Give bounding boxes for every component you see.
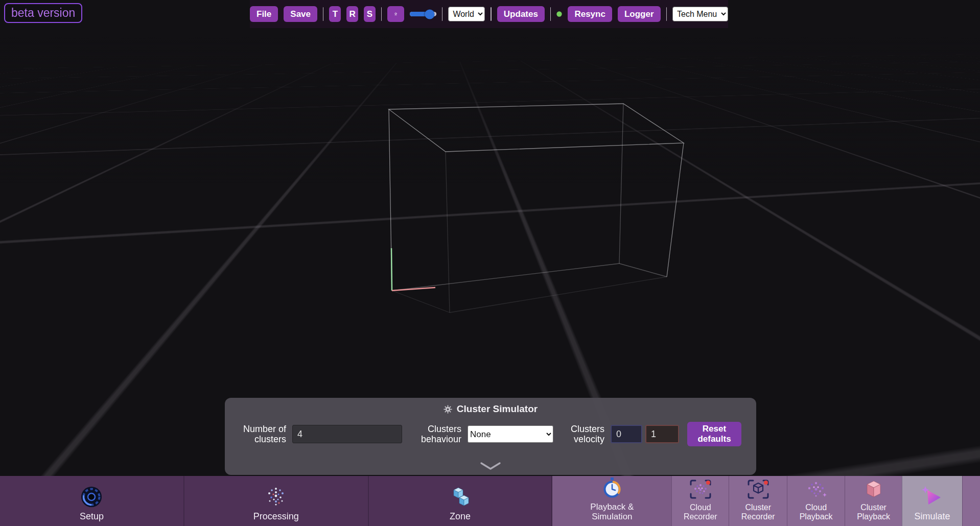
cloud-playback-icon	[804, 479, 828, 500]
cluster-controls-row: Number of clusters Clusters behaviour No…	[225, 422, 756, 446]
space-select[interactable]: World	[448, 7, 485, 21]
nav-item-cluster-recorder[interactable]: Cluster Recorder	[729, 476, 787, 526]
nav-label: Simulate	[915, 511, 950, 521]
translate-button[interactable]: T	[329, 6, 341, 22]
panel-collapse-button[interactable]	[475, 461, 506, 473]
nav-label: Cloud Recorder	[678, 503, 723, 521]
particles-icon	[264, 486, 288, 508]
beta-version-badge: beta version	[4, 3, 82, 23]
chevron-down-icon	[480, 462, 501, 470]
nav-item-zone[interactable]: Zone	[369, 476, 553, 526]
number-of-clusters-input[interactable]	[292, 425, 402, 443]
toolbar-separator	[381, 7, 382, 21]
nav-item-processing[interactable]: Processing	[184, 476, 369, 526]
toolbar-separator	[323, 7, 323, 21]
toolbar-separator	[666, 7, 667, 21]
clusters-velocity-max-input[interactable]	[645, 425, 679, 443]
toolbar-separator	[550, 7, 551, 21]
tech-menu-select[interactable]: Tech Menu	[672, 7, 728, 21]
nav-item-cloud-playback[interactable]: Cloud Playback	[787, 476, 845, 526]
cloud-record-icon	[689, 479, 712, 500]
nav-item-setup[interactable]: Setup	[0, 476, 184, 526]
nav-label: Zone	[450, 511, 471, 521]
camera-button[interactable]	[387, 6, 404, 22]
nav-item-simulate[interactable]: Simulate	[902, 476, 962, 526]
cluster-simulator-header: Cluster Simulator	[225, 398, 756, 415]
resync-button[interactable]: Resync	[568, 6, 612, 22]
nav-item-playback-simulation[interactable]: Playback & Simulation	[552, 476, 671, 526]
cluster-simulator-panel: Cluster Simulator Number of clusters Clu…	[225, 398, 756, 475]
toolbar-separator	[491, 7, 491, 21]
file-button[interactable]: File	[250, 6, 278, 22]
panel-title: Cluster Simulator	[457, 403, 538, 415]
nav-label: Setup	[80, 511, 104, 521]
nav-label: Cluster Recorder	[736, 503, 781, 521]
reset-defaults-button[interactable]: Reset defaults	[687, 422, 741, 446]
nav-label: Processing	[253, 511, 299, 521]
cluster-record-icon	[746, 479, 770, 500]
nav-label: Cloud Playback	[794, 503, 838, 521]
app-root: beta version File Save T R S World Updat…	[0, 0, 980, 526]
clusters-velocity-min-input[interactable]	[611, 425, 642, 443]
nav-label: Playback & Simulation	[581, 502, 643, 521]
simulate-icon	[921, 486, 944, 508]
logger-button[interactable]: Logger	[618, 6, 661, 22]
status-dot	[556, 10, 562, 18]
updates-button[interactable]: Updates	[497, 6, 545, 22]
camera-smooth-slider[interactable]	[410, 12, 436, 16]
rotate-button[interactable]: R	[346, 6, 358, 22]
scale-button[interactable]: S	[364, 6, 376, 22]
perspective-grid	[0, 7, 980, 168]
gear-icon	[444, 405, 452, 414]
webcam-icon	[394, 9, 398, 19]
nav-label: Cluster Playback	[851, 503, 896, 521]
bottom-navigation: Setup Processing	[0, 476, 980, 526]
top-toolbar: File Save T R S World Updates Resync Lo	[250, 0, 728, 28]
cluster-playback-icon	[862, 479, 885, 500]
save-button[interactable]: Save	[284, 6, 317, 22]
clusters-velocity-label: Clusters velocity	[562, 424, 604, 445]
aperture-icon	[80, 486, 103, 508]
cubes-icon	[449, 487, 472, 508]
clusters-behaviour-select[interactable]: None	[468, 425, 553, 443]
nav-item-cluster-playback[interactable]: Cluster Playback	[845, 476, 902, 526]
toolbar-separator	[442, 7, 442, 21]
toolbar-slider-thumb[interactable]	[425, 9, 434, 19]
stopwatch-icon	[600, 476, 624, 499]
clusters-behaviour-label: Clusters behaviour	[414, 424, 461, 445]
number-of-clusters-label: Number of clusters	[235, 424, 286, 445]
nav-item-cloud-recorder[interactable]: Cloud Recorder	[671, 476, 729, 526]
nav-filler	[962, 476, 980, 526]
